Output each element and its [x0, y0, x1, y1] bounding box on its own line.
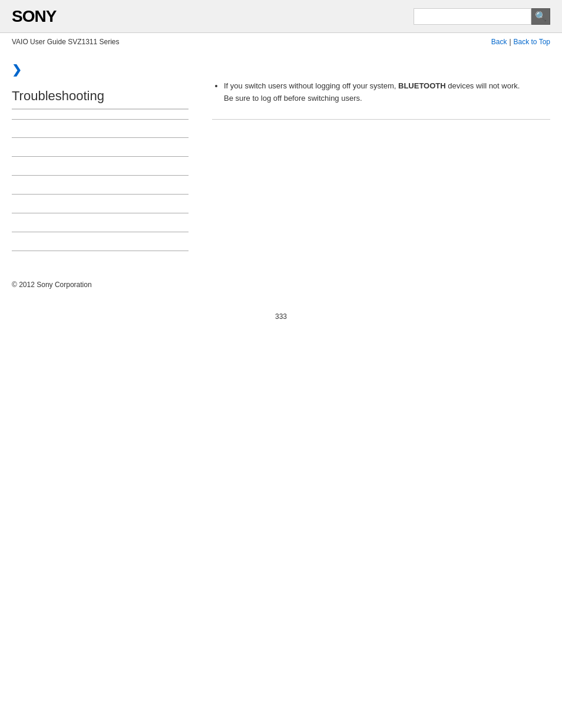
- list-item[interactable]: [12, 195, 189, 213]
- list-item[interactable]: [12, 213, 189, 232]
- chevron-icon: ❯: [12, 62, 189, 77]
- list-item[interactable]: [12, 176, 189, 195]
- search-input[interactable]: [414, 8, 531, 25]
- sidebar: ❯ Troubleshooting: [12, 57, 200, 251]
- back-to-top-link[interactable]: Back to Top: [514, 38, 550, 46]
- note-list: If you switch users without logging off …: [212, 80, 550, 105]
- guide-title: VAIO User Guide SVZ1311 Series: [12, 38, 120, 46]
- note-list-item: If you switch users without logging off …: [224, 80, 550, 105]
- list-item[interactable]: [12, 157, 189, 176]
- list-item[interactable]: [12, 119, 189, 138]
- search-button[interactable]: 🔍: [531, 8, 550, 25]
- page-number: 333: [0, 312, 562, 332]
- sidebar-title: Troubleshooting: [12, 88, 189, 110]
- list-item[interactable]: [12, 232, 189, 251]
- list-item[interactable]: [12, 138, 189, 157]
- sidebar-links: [12, 119, 189, 251]
- nav-separator: |: [509, 38, 511, 46]
- note-text-part1: If you switch users without logging off …: [224, 81, 398, 90]
- content-note: If you switch users without logging off …: [212, 80, 550, 120]
- sony-logo: SONY: [12, 7, 56, 26]
- footer-copyright: © 2012 Sony Corporation: [0, 269, 562, 289]
- page-header: SONY 🔍: [0, 0, 562, 33]
- content-area: If you switch users without logging off …: [200, 57, 550, 251]
- nav-bar: VAIO User Guide SVZ1311 Series Back | Ba…: [0, 33, 562, 51]
- back-link[interactable]: Back: [491, 38, 507, 46]
- nav-links: Back | Back to Top: [491, 38, 550, 46]
- bluetooth-emphasis: BLUETOOTH: [398, 81, 446, 90]
- main-content: ❯ Troubleshooting If you switch users wi…: [0, 51, 562, 263]
- search-container: 🔍: [414, 8, 550, 25]
- search-icon: 🔍: [535, 11, 547, 22]
